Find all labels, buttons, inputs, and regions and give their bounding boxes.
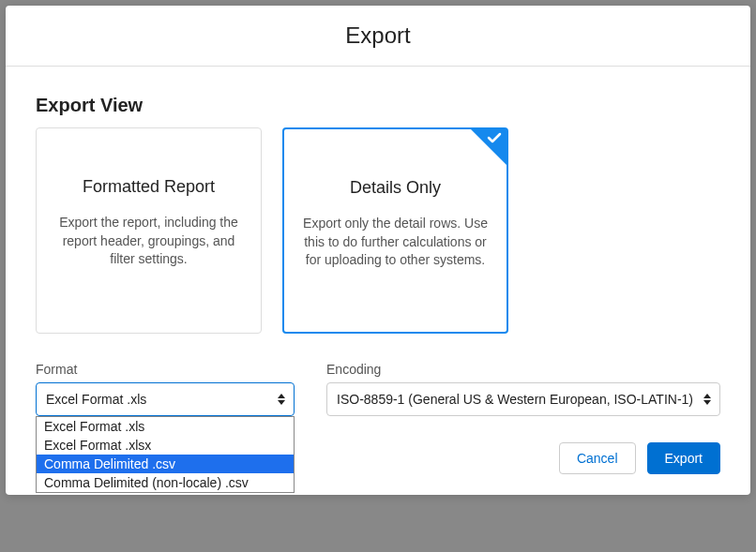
- format-selected-text: Excel Format .xls: [46, 392, 267, 407]
- section-title: Export View: [36, 95, 720, 116]
- card-desc-formatted: Export the report, including the report …: [52, 214, 246, 269]
- format-select[interactable]: Excel Format .xls: [36, 382, 295, 416]
- card-title-details: Details Only: [299, 178, 491, 198]
- format-dropdown: Excel Format .xls Excel Format .xlsx Com…: [36, 416, 295, 493]
- modal-body: Export View Formatted Report Export the …: [6, 67, 750, 425]
- format-label: Format: [36, 362, 295, 377]
- check-icon: [470, 128, 507, 166]
- format-option-xls[interactable]: Excel Format .xls: [37, 417, 294, 436]
- spinner-icon: [275, 394, 288, 405]
- format-field: Format Excel Format .xls Excel Format .x…: [36, 362, 295, 416]
- export-button[interactable]: Export: [647, 442, 720, 474]
- format-option-xlsx[interactable]: Excel Format .xlsx: [37, 436, 294, 455]
- fields-row: Format Excel Format .xls Excel Format .x…: [36, 362, 720, 416]
- card-desc-details: Export only the detail rows. Use this to…: [299, 215, 491, 270]
- modal-header: Export: [6, 6, 750, 67]
- card-title-formatted: Formatted Report: [52, 177, 246, 197]
- spinner-icon: [701, 394, 714, 405]
- encoding-selected-text: ISO-8859-1 (General US & Western Europea…: [337, 392, 693, 407]
- encoding-field: Encoding ISO-8859-1 (General US & Wester…: [326, 362, 720, 416]
- cancel-button[interactable]: Cancel: [559, 442, 636, 474]
- modal-title: Export: [6, 22, 750, 49]
- format-option-csv-nonlocale[interactable]: Comma Delimited (non-locale) .csv: [37, 473, 294, 492]
- export-modal: Export Export View Formatted Report Expo…: [6, 6, 750, 495]
- encoding-label: Encoding: [326, 362, 720, 377]
- encoding-select[interactable]: ISO-8859-1 (General US & Western Europea…: [326, 382, 720, 416]
- format-option-csv[interactable]: Comma Delimited .csv: [37, 455, 294, 473]
- card-details-only[interactable]: Details Only Export only the detail rows…: [282, 127, 508, 334]
- export-view-cards: Formatted Report Export the report, incl…: [36, 127, 720, 334]
- card-formatted-report[interactable]: Formatted Report Export the report, incl…: [36, 127, 262, 334]
